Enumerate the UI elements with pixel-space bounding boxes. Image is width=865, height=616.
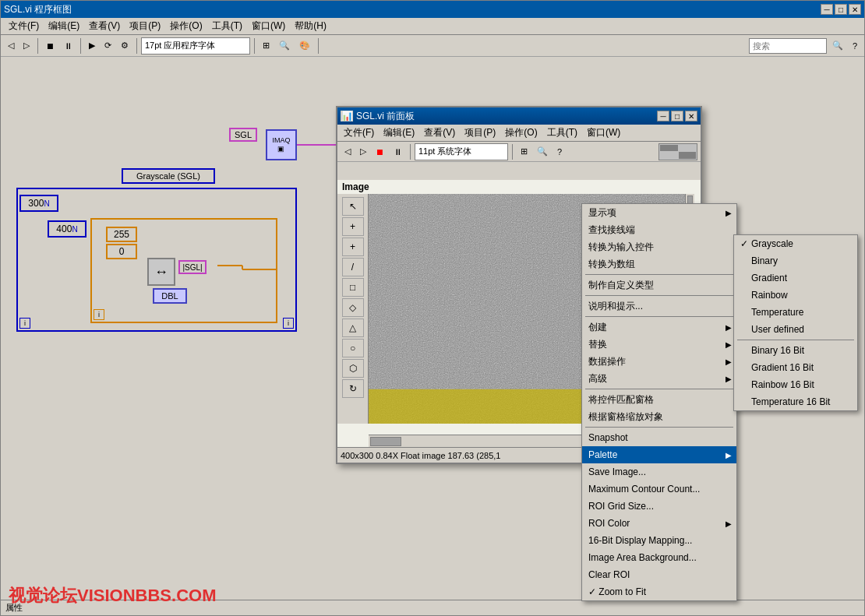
fp-side-line[interactable]: /	[342, 258, 364, 276]
ctx-convert-input[interactable]: 转换为输入控件	[582, 238, 736, 255]
fp-minimize[interactable]: ─	[657, 111, 669, 121]
help-btn[interactable]: ?	[849, 37, 861, 55]
menu-window[interactable]: 窗口(W)	[247, 18, 290, 34]
menu-file[interactable]: 文件(F)	[4, 18, 44, 34]
menu-operate[interactable]: 操作(O)	[165, 18, 207, 34]
palette-binary[interactable]: Binary	[734, 252, 857, 269]
ctx-image-bg[interactable]: Image Area Background...	[582, 549, 736, 566]
ctx-convert-array[interactable]: 转换为数组	[582, 255, 736, 273]
fp-image-label: Image	[337, 180, 701, 194]
toolbar-zoom[interactable]: 🔍	[275, 37, 294, 55]
palette-rainbow[interactable]: Rainbow	[734, 287, 857, 304]
ctx-make-custom[interactable]: 制作自定义类型	[582, 276, 736, 294]
diagram-imaq-block[interactable]: IMAQ▣	[266, 129, 297, 160]
fp-menu-tools[interactable]: 工具(T)	[542, 125, 582, 141]
menu-view[interactable]: 查看(V)	[84, 18, 125, 34]
fp-side-crosshair[interactable]: +	[342, 217, 364, 236]
ctx-data-ops[interactable]: 数据操作 ▶	[582, 353, 736, 370]
fp-close[interactable]: ✕	[685, 111, 697, 121]
fp-tb-stop[interactable]: ⏹	[372, 143, 388, 160]
fp-side-rect[interactable]: □	[342, 278, 364, 297]
menu-edit[interactable]: 编辑(E)	[44, 18, 84, 34]
toolbar-pause[interactable]: ⏸	[60, 37, 76, 55]
toolbar-stop[interactable]: ⏹	[42, 37, 58, 55]
toolbar-sep-4	[254, 38, 255, 54]
fp-side-cursor[interactable]: ↖	[342, 197, 364, 216]
fp-scroll-thumb-h[interactable]	[370, 437, 401, 446]
maximize-button[interactable]: □	[835, 4, 847, 15]
fp-tb-help[interactable]: ?	[553, 143, 566, 160]
ctx-sep-5	[585, 427, 733, 428]
ctx-save-image[interactable]: Save Image...	[582, 463, 736, 480]
menu-project[interactable]: 项目(P)	[125, 18, 165, 34]
toolbar-more[interactable]: ⚙	[117, 37, 132, 55]
fp-menu-view[interactable]: 查看(V)	[419, 125, 460, 141]
fp-side-rotate[interactable]: ↻	[342, 379, 364, 398]
ctx-palette[interactable]: Palette ▶	[582, 446, 736, 463]
fp-status-text: 400x300 0.84X Float image 187.63 (285,1	[341, 451, 500, 460]
fp-menu-operate[interactable]: 操作(O)	[500, 125, 542, 141]
toolbar-sep-2	[80, 38, 81, 54]
main-titlebar: SGL.vi 程序框图 ─ □ ✕	[1, 1, 864, 18]
fp-tb-pause[interactable]: ⏸	[390, 143, 406, 160]
ctx-zoom-fit[interactable]: ✓ Zoom to Fit	[582, 583, 736, 600]
fp-menu-project[interactable]: 项目(P)	[460, 125, 500, 141]
font-dropdown[interactable]: 17pt 应用程序字体	[141, 37, 250, 55]
search-btn[interactable]: 🔍	[828, 37, 847, 55]
fp-menu-edit[interactable]: 编辑(E)	[379, 125, 419, 141]
minimize-button[interactable]: ─	[821, 4, 833, 15]
fp-maximize[interactable]: □	[671, 111, 683, 121]
ctx-display-items[interactable]: 显示项 ▶	[582, 204, 736, 221]
toolbar-align[interactable]: ⊞	[259, 37, 274, 55]
fp-tb-fwd[interactable]: ▷	[356, 143, 370, 160]
ctx-snapshot[interactable]: Snapshot	[582, 429, 736, 446]
menu-tools[interactable]: 工具(T)	[207, 18, 247, 34]
fp-side-zoom-in[interactable]: +	[342, 238, 364, 256]
ctx-replace[interactable]: 替换 ▶	[582, 336, 736, 353]
ctx-advanced[interactable]: 高级 ▶	[582, 370, 736, 387]
palette-binary-16[interactable]: Binary 16 Bit	[734, 342, 857, 359]
fp-tb-zoom[interactable]: 🔍	[533, 143, 552, 160]
ctx-arrow-palette: ▶	[726, 451, 732, 459]
palette-rainbow-16[interactable]: Rainbow 16 Bit	[734, 376, 857, 393]
toolbar-run2[interactable]: ⟳	[101, 37, 115, 55]
toolbar-forward[interactable]: ▷	[19, 37, 34, 55]
ctx-max-contour[interactable]: Maximum Contour Count...	[582, 480, 736, 498]
ctx-description[interactable]: 说明和提示...	[582, 297, 736, 315]
palette-grayscale[interactable]: ✓ Grayscale	[734, 235, 857, 252]
diagram-dbl-label: DBL	[153, 288, 187, 304]
fp-side-ellipse[interactable]: ○	[342, 339, 364, 357]
close-button[interactable]: ✕	[849, 4, 861, 15]
ctx-clear-roi[interactable]: Clear ROI	[582, 566, 736, 583]
toolbar-run[interactable]: ▶	[85, 37, 99, 55]
menu-help[interactable]: 帮助(H)	[290, 18, 331, 34]
ctx-scale-object[interactable]: 根据窗格缩放对象	[582, 408, 736, 425]
fp-side-triangle[interactable]: △	[342, 319, 364, 337]
toolbar-back[interactable]: ◁	[4, 37, 18, 55]
diagram-func-node[interactable]: ↔	[147, 258, 175, 286]
ctx-find-terminal[interactable]: 查找接线端	[582, 221, 736, 238]
fp-menu-file[interactable]: 文件(F)	[339, 125, 379, 141]
diagram-n300: 300 N	[19, 195, 58, 212]
ctx-roi-grid[interactable]: ROI Grid Size...	[582, 498, 736, 515]
fp-tb-back[interactable]: ◁	[341, 143, 355, 160]
fp-font-dropdown[interactable]: 11pt 系统字体	[415, 143, 508, 160]
ctx-fit-pane[interactable]: 将控件匹配窗格	[582, 391, 736, 408]
palette-temperature[interactable]: Temperature	[734, 304, 857, 321]
ctx-roi-color[interactable]: ROI Color ▶	[582, 515, 736, 532]
palette-gradient[interactable]: Gradient	[734, 269, 857, 287]
fp-tb-grid[interactable]: ⊞	[517, 143, 531, 160]
fp-side-diamond[interactable]: ◇	[342, 298, 364, 317]
diagram-grayscale[interactable]: Grayscale (SGL)	[122, 168, 215, 184]
diagram-val-255: 255	[106, 227, 137, 242]
fp-menu-window[interactable]: 窗口(W)	[582, 125, 625, 141]
ctx-16bit-mapping[interactable]: 16-Bit Display Mapping...	[582, 532, 736, 549]
ctx-create[interactable]: 创建 ▶	[582, 319, 736, 336]
palette-gradient-16[interactable]: Gradient 16 Bit	[734, 359, 857, 376]
toolbar-color[interactable]: 🎨	[295, 37, 314, 55]
search-input[interactable]	[749, 38, 827, 54]
main-window-title: SGL.vi 程序框图	[4, 3, 819, 16]
fp-side-poly[interactable]: ⬡	[342, 359, 364, 378]
palette-user-defined[interactable]: User defined	[734, 321, 857, 338]
palette-temperature-16[interactable]: Temperature 16 Bit	[734, 393, 857, 410]
